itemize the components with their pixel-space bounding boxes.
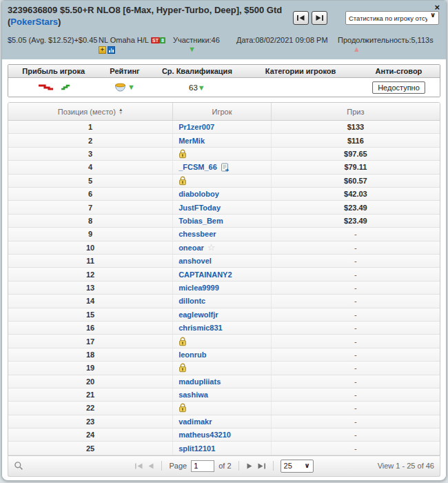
- buyin-info: $5.05 (Avg. $12.52)+$0.45: [8, 35, 99, 54]
- next-tournament-button[interactable]: [312, 11, 327, 25]
- table-row: 24 matheus43210 -: [8, 428, 440, 442]
- lock-icon[interactable]: [179, 363, 187, 373]
- prev-page-button[interactable]: [147, 463, 154, 469]
- player-cell: madupliiats: [173, 375, 272, 388]
- player-link[interactable]: sashiwa: [179, 391, 208, 399]
- player-link[interactable]: miclea9999: [179, 284, 219, 292]
- player-cell: MerMik: [173, 134, 272, 146]
- player-link[interactable]: matheus43210: [179, 431, 231, 439]
- profit-trend-down-icon: [37, 83, 54, 91]
- lock-icon[interactable]: [179, 176, 187, 186]
- player-stats-dropdown[interactable]: Статистика по игроку отсутствует: [345, 11, 439, 25]
- position-cell: 25: [8, 442, 173, 454]
- table-row: 6 diaboloboy $42.03: [8, 188, 440, 201]
- player-link[interactable]: oneoar: [179, 244, 204, 252]
- player-link[interactable]: chessbeer: [179, 230, 216, 238]
- position-cell: 22: [8, 402, 173, 414]
- prize-cell: -: [272, 337, 440, 346]
- player-link[interactable]: diaboloboy: [179, 190, 219, 198]
- player-link[interactable]: Pr1zer007: [179, 123, 214, 131]
- previous-tournament-button[interactable]: [293, 11, 309, 25]
- page-number-input[interactable]: [191, 460, 214, 472]
- player-cell: eaglewolfjr: [173, 308, 272, 321]
- table-row: 22 -: [8, 402, 440, 415]
- player-cell: split12101: [173, 442, 272, 454]
- header-band: × 3239636809 $5.50+R NLO8 [6-Max, Hyper-…: [2, 1, 446, 59]
- prize-cell: -: [272, 297, 440, 305]
- player-cell: miclea9999: [173, 282, 272, 294]
- position-cell: 11: [8, 255, 173, 267]
- page-size-dropdown[interactable]: 25: [281, 460, 314, 473]
- participants-trend-down-icon: ▼: [188, 46, 236, 53]
- player-link[interactable]: MerMik: [179, 137, 205, 145]
- position-cell: 15: [8, 308, 173, 321]
- st-badge: ST: [151, 37, 160, 43]
- profit-cell: [8, 83, 99, 91]
- player-cell: diaboloboy: [173, 188, 272, 200]
- player-link[interactable]: _FCSM_66: [179, 163, 217, 171]
- addon-plus-icon: +: [99, 46, 106, 54]
- page-label: Page: [169, 462, 187, 470]
- search-icon[interactable]: [14, 461, 23, 471]
- view-range-label: View 1 - 25 of 46: [324, 462, 434, 470]
- lock-icon[interactable]: [179, 403, 187, 413]
- player-link[interactable]: Tobias_Bem: [179, 217, 223, 225]
- table-row: 1 Pr1zer007 $133: [8, 121, 440, 134]
- player-link[interactable]: madupliiats: [179, 377, 221, 386]
- lock-icon[interactable]: [179, 337, 187, 346]
- table-row: 14 dillontc -: [8, 295, 440, 308]
- position-cell: 24: [8, 428, 173, 441]
- table-row: 13 miclea9999 -: [8, 282, 440, 295]
- tournament-results-panel: × 3239636809 $5.50+R NLO8 [6-Max, Hyper-…: [1, 0, 447, 481]
- player-link[interactable]: JustFToday: [179, 204, 221, 212]
- sort-icon[interactable]: ▲▼: [119, 108, 123, 115]
- prize-cell: -: [272, 230, 440, 238]
- position-cell: 8: [8, 215, 173, 227]
- player-column-header[interactable]: Игрок: [173, 103, 272, 120]
- position-cell: 1: [8, 121, 173, 133]
- player-link[interactable]: vadimakr: [179, 417, 212, 426]
- prize-cell: -: [272, 417, 440, 426]
- first-arrow-icon: [296, 14, 305, 21]
- player-link[interactable]: chrismic831: [179, 324, 223, 332]
- player-link[interactable]: split12101: [179, 444, 215, 453]
- qualification-cell: 63▼: [151, 83, 244, 92]
- qualification-trend-down-icon: ▼: [198, 83, 205, 92]
- table-row: 16 chrismic831 -: [8, 322, 440, 335]
- first-page-button[interactable]: [134, 463, 143, 469]
- player-link[interactable]: CAPTAINANY2: [179, 270, 232, 279]
- game-name: NL Omaha H/L: [99, 36, 149, 44]
- player-link[interactable]: dillontc: [179, 297, 205, 305]
- favorite-star-icon[interactable]: ☆: [207, 243, 216, 252]
- prize-cell: $79.11: [272, 163, 440, 171]
- position-column-header[interactable]: Позиция (место) ▲▼: [8, 103, 173, 120]
- last-page-button[interactable]: [257, 463, 266, 469]
- next-page-button[interactable]: [246, 463, 253, 469]
- player-link[interactable]: leonrub: [179, 351, 206, 359]
- player-cell: [173, 335, 272, 347]
- player-cell: dillontc: [173, 295, 272, 307]
- player-link[interactable]: eaglewolfjr: [179, 310, 218, 319]
- prize-cell: -: [272, 324, 440, 332]
- table-row: 15 eaglewolfjr -: [8, 308, 440, 322]
- position-cell: 20: [8, 375, 173, 388]
- table-row: 12 CAPTAINANY2 -: [8, 268, 440, 281]
- prize-cell: -: [272, 391, 440, 399]
- notes-icon[interactable]: [221, 163, 230, 172]
- results-table: Позиция (место) ▲▼ Игрок Приз 1 Pr1zer00…: [8, 102, 440, 456]
- table-row: 19 -: [8, 362, 440, 375]
- table-row: 3 $97.65: [8, 148, 440, 161]
- lock-icon[interactable]: [179, 149, 187, 159]
- table-row: 10 oneoar☆ -: [8, 241, 440, 255]
- position-cell: 3: [8, 148, 173, 160]
- player-link[interactable]: anshovel: [179, 257, 212, 265]
- summary-header-row: Прибыль игрока Рейтинг Ср. Квалификация …: [8, 65, 440, 78]
- pager-left: [14, 461, 124, 471]
- content-area: Прибыль игрока Рейтинг Ср. Квалификация …: [2, 59, 446, 477]
- anti-collusion-unavailable-button[interactable]: Недоступно: [372, 81, 425, 94]
- prize-cell: $23.49: [272, 217, 440, 225]
- table-row: 9 chessbeer -: [8, 228, 440, 241]
- prize-column-header[interactable]: Приз: [272, 103, 440, 120]
- rating-bowl-icon: [114, 83, 126, 92]
- pokerstars-link[interactable]: PokerStars: [10, 17, 58, 27]
